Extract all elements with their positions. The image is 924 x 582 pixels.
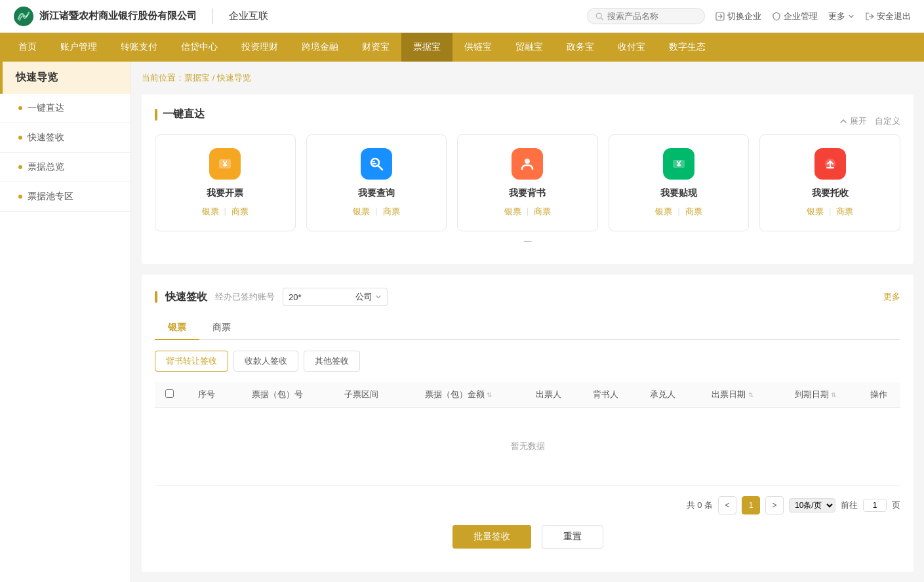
data-table: 序号 票据（包）号 子票区间 票据（包）金额 ⇅ 出票人 背书人 承兑人 出票日…	[155, 382, 900, 486]
sidebar-dot	[18, 136, 22, 140]
nav-transfer[interactable]: 转账支付	[109, 33, 169, 62]
prev-page-btn[interactable]: <	[718, 496, 736, 514]
link-shangpiao[interactable]: 商票	[231, 206, 249, 218]
header-divider	[212, 9, 213, 24]
svg-line-9	[378, 166, 382, 170]
svg-text:¥: ¥	[223, 159, 228, 168]
tab-yinpiao[interactable]: 银票	[155, 317, 199, 340]
col-issuer: 出票人	[520, 382, 577, 408]
link-divider: |	[527, 206, 529, 218]
link-shangpiao[interactable]: 商票	[534, 206, 551, 218]
per-page-select[interactable]: 10条/页	[789, 498, 835, 513]
link-yinpiao[interactable]: 银票	[807, 206, 824, 218]
col-action: 操作	[856, 382, 900, 408]
nav-digital[interactable]: 数字生态	[657, 33, 717, 62]
action-beishu[interactable]: 我要背书 银票 | 商票	[457, 134, 598, 231]
nav-ticket[interactable]: 票据宝	[401, 33, 452, 62]
chevron-up-icon	[839, 117, 847, 125]
col-checkbox	[155, 382, 185, 408]
quick-actions-grid: ¥ 我要开票 银票 | 商票	[155, 134, 900, 231]
next-page-btn[interactable]: >	[765, 496, 784, 514]
enterprise-mgmt-btn[interactable]: 企业管理	[772, 10, 818, 22]
nav-cross-border[interactable]: 跨境金融	[290, 33, 350, 62]
action-kaipiao[interactable]: ¥ 我要开票 银票 | 商票	[155, 134, 296, 231]
nav-supply[interactable]: 供链宝	[452, 33, 504, 62]
logout-icon	[865, 12, 874, 21]
link-yinpiao[interactable]: 银票	[202, 206, 219, 218]
tab-shangpiao[interactable]: 商票	[199, 317, 244, 340]
link-yinpiao[interactable]: 银票	[655, 206, 672, 218]
nav-payment[interactable]: 收付宝	[606, 33, 657, 62]
search-icon	[595, 12, 603, 21]
sidebar-item-quick-reach[interactable]: 一键直达	[0, 94, 131, 123]
kaipiao-icon: ¥	[209, 148, 241, 180]
action-chaxun[interactable]: 我要查询 银票 | 商票	[306, 134, 447, 231]
action-links: 银票 | 商票	[771, 206, 889, 218]
link-divider: |	[375, 206, 377, 218]
nav-gov[interactable]: 政务宝	[555, 33, 606, 62]
tiexian-icon: ¥	[663, 148, 694, 180]
beishu-icon	[512, 148, 543, 180]
nav-finance[interactable]: 财资宝	[350, 33, 401, 62]
nav-trade[interactable]: 贸融宝	[504, 33, 555, 62]
nav-home[interactable]: 首页	[7, 33, 49, 62]
action-title: 我要查询	[317, 187, 436, 199]
fast-sign-title: 快速签收	[165, 290, 207, 304]
sidebar-item-pool[interactable]: 票据池专区	[0, 182, 131, 212]
title-bar	[155, 109, 157, 121]
customize-btn[interactable]: 自定义	[875, 115, 900, 127]
subtab-shoukuan[interactable]: 收款人签收	[233, 351, 298, 372]
bank-logo-icon	[13, 6, 34, 27]
col-acceptor: 承兑人	[634, 382, 691, 408]
link-shangpiao[interactable]: 商票	[383, 206, 400, 218]
breadcrumb-separator: /	[212, 73, 215, 83]
svg-rect-11	[372, 163, 376, 165]
sidebar-item-overview[interactable]: 票据总览	[0, 153, 131, 182]
empty-data: 暂无数据	[160, 414, 895, 478]
header: 浙江诸暨农村商业银行股份有限公司 企业互联 切换企业 企业管理 更多	[0, 0, 924, 33]
ticket-tabs: 银票 商票	[155, 317, 900, 340]
nav-invest[interactable]: 投资理财	[230, 33, 290, 62]
reset-btn[interactable]: 重置	[542, 525, 603, 549]
action-links: 银票 | 商票	[620, 206, 738, 218]
total-label: 共 0 条	[687, 499, 713, 511]
sort-icon: ⇅	[487, 391, 492, 398]
account-select[interactable]: 20* 公司	[283, 288, 388, 306]
expand-btn[interactable]: 展开	[839, 115, 867, 127]
select-all-checkbox[interactable]	[165, 389, 174, 398]
logout-btn[interactable]: 安全退出	[865, 10, 911, 22]
goto-input[interactable]	[863, 499, 887, 512]
nav-credit[interactable]: 信贷中心	[169, 33, 230, 62]
action-title: 我要背书	[468, 187, 587, 199]
more-link[interactable]: 更多	[883, 291, 900, 303]
action-tiexian[interactable]: ¥ 我要贴现 银票 | 商票	[609, 134, 750, 231]
select-chevron-icon	[375, 294, 382, 300]
sort-icon: ⇅	[748, 391, 753, 398]
action-title: 我要开票	[166, 187, 285, 199]
batch-sign-btn[interactable]: 批量签收	[452, 525, 531, 549]
sidebar-dot	[18, 165, 22, 169]
subtab-other[interactable]: 其他签收	[304, 351, 360, 372]
svg-line-2	[601, 18, 603, 20]
link-yinpiao[interactable]: 银票	[353, 206, 370, 218]
fast-sign-card: 快速签收 经办已签约账号 20* 公司 更多 银票 商票 背书转	[142, 275, 914, 572]
link-shangpiao[interactable]: 商票	[836, 206, 853, 218]
action-tuoshou[interactable]: 我要托收 银票 | 商票	[759, 134, 900, 231]
subtab-beishu[interactable]: 背书转让签收	[155, 351, 228, 372]
search-input[interactable]	[607, 11, 696, 21]
action-title: 我要托收	[771, 187, 889, 199]
link-yinpiao[interactable]: 银票	[504, 206, 521, 218]
content: 当前位置：票据宝 / 快速导览 一键直达 展开 自定义	[131, 62, 924, 582]
more-btn[interactable]: 更多	[828, 10, 854, 22]
section-actions: 展开 自定义	[839, 115, 900, 127]
switch-company-btn[interactable]: 切换企业	[715, 10, 761, 22]
header-actions: 切换企业 企业管理 更多 安全退出	[715, 10, 911, 22]
link-divider: |	[829, 206, 831, 218]
link-shangpiao[interactable]: 商票	[685, 206, 702, 218]
sidebar-item-fast-sign[interactable]: 快速签收	[0, 123, 131, 153]
search-box[interactable]	[587, 8, 705, 24]
bottom-actions: 批量签收 重置	[155, 514, 900, 559]
nav-account[interactable]: 账户管理	[49, 33, 109, 62]
goto-label: 前往	[841, 499, 858, 511]
current-page-btn[interactable]: 1	[742, 496, 760, 514]
